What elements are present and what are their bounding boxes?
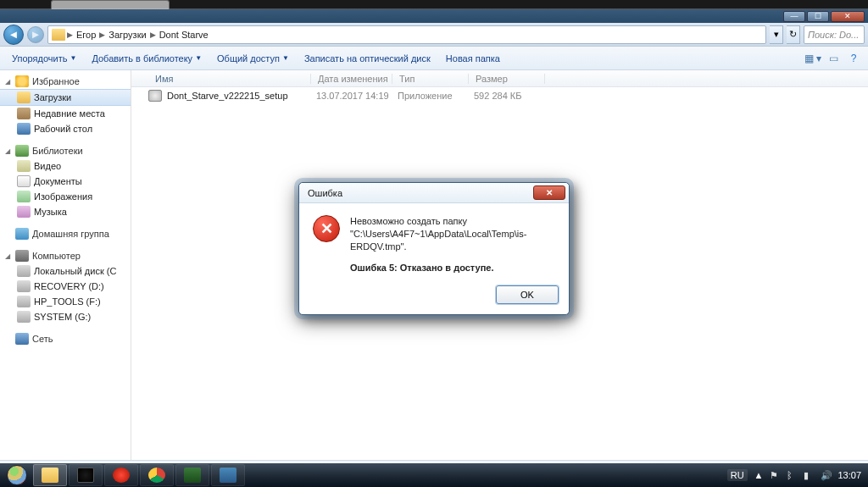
tray-chevron-icon[interactable]: ▲ — [754, 470, 764, 480]
image-icon — [17, 191, 31, 202]
command-bar: Упорядочить▼ Добавить в библиотеку▼ Общи… — [0, 47, 868, 70]
taskbar-chrome[interactable] — [140, 464, 174, 486]
preview-pane-button[interactable]: ▭ — [824, 49, 843, 68]
error-icon: ✕ — [313, 215, 340, 242]
network-icon — [15, 333, 29, 345]
chevron-right-icon: ▶ — [99, 30, 105, 39]
breadcrumb-part[interactable]: Dont Starve — [156, 30, 212, 40]
column-date[interactable]: Дата изменения — [311, 74, 392, 84]
close-button[interactable]: ✕ — [831, 11, 865, 22]
disk-icon — [17, 311, 31, 323]
application-icon — [148, 90, 162, 102]
file-row[interactable]: Dont_Starve_v222215_setup 13.07.2017 14:… — [131, 87, 868, 104]
browser-tab-strip — [0, 0, 868, 9]
disk-icon — [17, 296, 31, 307]
chrome-icon — [148, 468, 165, 483]
taskbar-explorer[interactable] — [33, 464, 67, 486]
nav-back-button[interactable]: ◄ — [3, 25, 24, 45]
organize-menu[interactable]: Упорядочить▼ — [5, 50, 83, 67]
breadcrumb-part[interactable]: Егор — [73, 30, 99, 40]
taskbar-opera[interactable] — [104, 464, 138, 486]
sidebar-computer-header[interactable]: ◢Компьютер — [0, 248, 131, 263]
column-size[interactable]: Размер — [469, 74, 545, 84]
maximize-button[interactable]: ☐ — [807, 11, 829, 22]
breadcrumb-part[interactable]: Загрузки — [105, 30, 149, 40]
document-icon — [17, 175, 31, 187]
include-library-menu[interactable]: Добавить в библиотеку▼ — [85, 50, 209, 67]
sidebar-item-disk-f[interactable]: HP_TOOLS (F:) — [0, 294, 131, 309]
address-bar-row: ◄ ► ▶ Егор ▶ Загрузки ▶ Dont Starve ▾ ↻ … — [0, 23, 868, 47]
file-date: 13.07.2017 14:19 — [316, 91, 398, 101]
dialog-title: Ошибка — [308, 188, 342, 198]
file-name: Dont_Starve_v222215_setup — [167, 91, 316, 101]
address-dropdown[interactable]: ▾ — [770, 25, 783, 44]
clock[interactable]: 13:07 — [837, 470, 861, 480]
dialog-message: Невозможно создать папку "C:\Users\A4F7~… — [350, 215, 555, 274]
opera-icon — [113, 468, 130, 483]
navigation-pane: ◢Избранное Загрузки Недавние места Рабоч… — [0, 70, 131, 460]
file-size: 592 284 КБ — [474, 91, 550, 101]
sidebar-favorites-header[interactable]: ◢Избранное — [0, 74, 131, 89]
share-menu[interactable]: Общий доступ▼ — [210, 50, 296, 67]
network-icon[interactable]: ▮ — [804, 470, 814, 480]
breadcrumb[interactable]: ▶ Егор ▶ Загрузки ▶ Dont Starve — [47, 25, 766, 44]
help-button[interactable]: ? — [844, 49, 863, 68]
desktop-icon — [17, 123, 31, 135]
folder-icon — [52, 29, 65, 41]
error-dialog: Ошибка ✕ ✕ Невозможно создать папку "C:\… — [298, 182, 570, 315]
view-options-button[interactable]: ▦ ▾ — [804, 49, 822, 68]
folder-icon — [17, 91, 31, 103]
dialog-close-button[interactable]: ✕ — [533, 185, 565, 200]
app-icon — [77, 468, 94, 483]
recent-icon — [17, 108, 31, 119]
burn-button[interactable]: Записать на оптический диск — [298, 50, 437, 67]
sidebar-libraries-header[interactable]: ◢Библиотеки — [0, 143, 131, 158]
sidebar-item-music[interactable]: Музыка — [0, 204, 131, 219]
minimize-button[interactable]: — — [783, 11, 805, 22]
action-center-icon[interactable]: ⚑ — [770, 470, 780, 480]
refresh-button[interactable]: ↻ — [787, 25, 800, 44]
sidebar-item-documents[interactable]: Документы — [0, 174, 131, 189]
language-indicator[interactable]: RU — [727, 469, 748, 481]
column-type[interactable]: Тип — [392, 74, 469, 84]
app-icon — [220, 468, 236, 483]
bluetooth-icon[interactable]: ᛒ — [787, 470, 797, 480]
chevron-right-icon: ▶ — [67, 30, 73, 39]
sidebar-item-recent[interactable]: Недавние места — [0, 106, 131, 121]
sidebar-item-disk-d[interactable]: RECOVERY (D:) — [0, 279, 131, 294]
windows-orb-icon — [7, 465, 27, 485]
ok-button[interactable]: OK — [496, 285, 559, 304]
browser-tab[interactable] — [51, 0, 170, 9]
column-headers: Имя Дата изменения Тип Размер — [131, 70, 868, 87]
chevron-right-icon: ▶ — [150, 30, 156, 39]
taskbar: RU ▲ ⚑ ᛒ ▮ 🔊 13:07 — [0, 463, 868, 487]
sidebar-item-disk-g[interactable]: SYSTEM (G:) — [0, 309, 131, 324]
taskbar-app2[interactable] — [175, 464, 209, 486]
system-tray: RU ▲ ⚑ ᛒ ▮ 🔊 13:07 — [727, 469, 866, 481]
sidebar-item-videos[interactable]: Видео — [0, 158, 131, 174]
video-icon — [17, 160, 31, 172]
nav-forward-button[interactable]: ► — [27, 26, 44, 43]
window-titlebar: — ☐ ✕ — [0, 9, 868, 23]
sidebar-item-disk-c[interactable]: Локальный диск (C — [0, 263, 131, 279]
column-name[interactable]: Имя — [148, 74, 311, 84]
star-icon — [15, 75, 29, 87]
library-icon — [15, 145, 29, 157]
taskbar-app3[interactable] — [211, 464, 245, 486]
volume-icon[interactable]: 🔊 — [821, 470, 831, 480]
dialog-titlebar[interactable]: Ошибка ✕ — [299, 183, 569, 203]
disk-icon — [17, 280, 31, 292]
search-input[interactable]: Поиск: Do... — [804, 25, 865, 44]
file-type: Приложение — [398, 91, 474, 101]
start-button[interactable] — [2, 463, 32, 487]
new-folder-button[interactable]: Новая папка — [439, 50, 507, 67]
sidebar-homegroup-header[interactable]: Домашняя группа — [0, 226, 131, 241]
sidebar-item-pictures[interactable]: Изображения — [0, 189, 131, 204]
music-icon — [17, 206, 31, 218]
sidebar-network-header[interactable]: Сеть — [0, 331, 131, 346]
explorer-icon — [42, 468, 58, 483]
sidebar-item-downloads[interactable]: Загрузки — [0, 89, 131, 106]
taskbar-app[interactable] — [69, 464, 103, 486]
sidebar-item-desktop[interactable]: Рабочий стол — [0, 121, 131, 136]
app-icon — [184, 468, 201, 483]
